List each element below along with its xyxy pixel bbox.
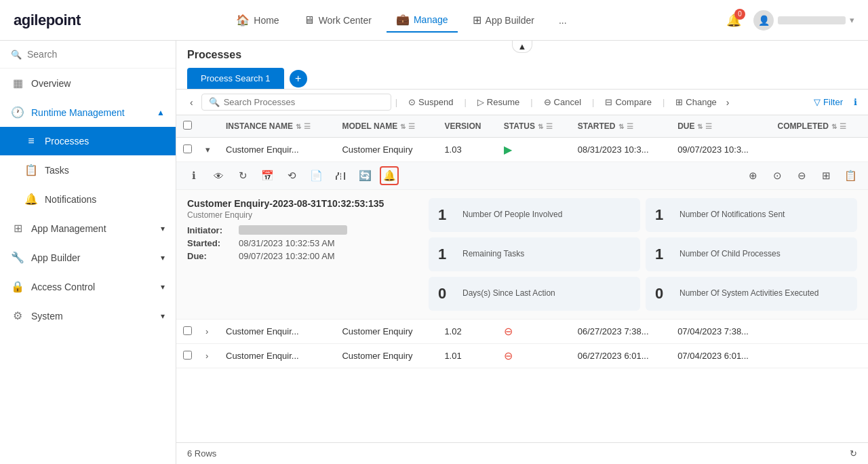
sidebar-item-runtime[interactable]: 🕐 Runtime Management ▲ — [0, 98, 176, 127]
initiator-value — [239, 225, 347, 235]
history-action-icon[interactable]: ⟲ — [282, 166, 301, 185]
chevron-down-icon: ▾ — [161, 253, 165, 263]
row-checkbox-cell — [176, 138, 199, 162]
col-menu-icon[interactable]: ☰ — [840, 122, 846, 131]
tab-bar: Process Search 1 + — [187, 68, 857, 89]
stat-people-label: Number Of People Involved — [462, 210, 562, 220]
sidebar-item-app-management[interactable]: ⊞ App Management ▾ — [0, 214, 176, 243]
action-right-icon-5[interactable]: 📋 — [841, 166, 860, 185]
sidebar-item-processes[interactable]: ≡ Processes — [0, 127, 176, 155]
resume-button[interactable]: ▷ Resume — [471, 94, 526, 110]
resume-icon: ▷ — [477, 97, 484, 107]
view-action-icon[interactable]: 👁 — [209, 166, 228, 185]
expand-button[interactable]: › — [205, 326, 208, 336]
change-button[interactable]: ⊞ Change — [669, 94, 724, 110]
row-checkbox[interactable] — [183, 326, 192, 335]
detail-title: Customer Enquiry-2023-08-31T10:32:53:135 — [187, 198, 418, 209]
sidebar-item-label: Overview — [31, 78, 71, 89]
sort-icon[interactable]: ⇅ — [538, 123, 543, 130]
stat-days-label: Days(s) Since Last Action — [462, 288, 555, 299]
tab-process-search-1[interactable]: Process Search 1 — [187, 68, 284, 89]
sort-icon[interactable]: ⇅ — [400, 123, 406, 130]
started-detail-value: 08/31/2023 10:32:53 AM — [239, 238, 335, 248]
row-instance-name: Customer Enquir... — [219, 344, 335, 368]
col-menu-icon[interactable]: ☰ — [627, 122, 633, 131]
action-right-icon-4[interactable]: ⊞ — [816, 166, 835, 185]
col-menu-icon[interactable]: ☰ — [304, 122, 311, 131]
reassign-action-icon[interactable]: ↻ — [233, 166, 252, 185]
info-button[interactable]: ℹ — [851, 94, 860, 110]
row-model-name: Customer Enquiry — [335, 344, 437, 368]
nav-right: 🔔 0 👤 ▾ — [722, 9, 854, 32]
sort-icon[interactable]: ⇅ — [618, 123, 624, 130]
sidebar-item-access-control[interactable]: 🔒 Access Control ▾ — [0, 272, 176, 301]
col-menu-icon[interactable]: ☰ — [546, 122, 553, 131]
change-label: Change — [686, 97, 717, 107]
stat-people: 1 Number Of People Involved — [429, 198, 640, 232]
calendar-action-icon[interactable]: 📅 — [258, 166, 277, 185]
header-model-name: MODEL NAME ⇅ ☰ — [335, 115, 437, 138]
action-right-icon-2[interactable]: ⊙ — [768, 166, 787, 185]
sort-icon[interactable]: ⇅ — [296, 123, 301, 130]
bell-action-icon[interactable]: 🔔 — [380, 166, 399, 185]
collapse-arrow-button[interactable]: ▲ — [512, 41, 532, 53]
sort-icon[interactable]: ⇅ — [697, 123, 703, 130]
stat-notifications-number: 1 — [655, 206, 671, 224]
search-input[interactable] — [27, 49, 165, 60]
lock-icon: 🔒 — [11, 280, 24, 293]
user-menu[interactable]: 👤 ▾ — [753, 10, 854, 31]
app-mgmt-icon: ⊞ — [11, 222, 24, 235]
status-cancelled-icon: ⊖ — [504, 326, 513, 337]
flow-action-icon[interactable]: ⛙ — [331, 166, 350, 185]
grid-icon: ▦ — [11, 77, 24, 90]
sidebar-item-tasks[interactable]: 📋 Tasks — [0, 155, 176, 185]
more-button[interactable]: › — [726, 97, 730, 108]
nav-manage[interactable]: 💼 Manage — [387, 7, 458, 33]
nav-appbuilder[interactable]: ⊞ App Builder — [463, 8, 544, 32]
action-right-icon-3[interactable]: ⊖ — [792, 166, 811, 185]
notification-button[interactable]: 🔔 0 — [722, 9, 745, 32]
col-menu-icon[interactable]: ☰ — [408, 122, 415, 131]
sidebar-item-app-builder[interactable]: 🔧 App Builder ▾ — [0, 243, 176, 272]
model-name-label: MODEL NAME — [342, 121, 397, 131]
cancel-button[interactable]: ⊖ Cancel — [537, 94, 588, 110]
nav-more[interactable]: ... — [549, 9, 576, 31]
select-all-checkbox[interactable] — [183, 121, 192, 130]
wrench-icon: 🔧 — [11, 251, 24, 264]
nav-home[interactable]: 🏠 Home — [226, 8, 288, 32]
compare-icon: ⊟ — [605, 97, 612, 107]
sort-icon[interactable]: ⇅ — [831, 123, 837, 130]
separator: | — [395, 97, 397, 107]
sidebar-item-system[interactable]: ⚙ System ▾ — [0, 301, 176, 330]
search-processes-input[interactable] — [224, 97, 384, 107]
action-right-icon-1[interactable]: ⊕ — [743, 166, 762, 185]
sidebar-item-notifications[interactable]: 🔔 Notifications — [0, 185, 176, 214]
col-menu-icon[interactable]: ☰ — [705, 122, 712, 131]
expand-button[interactable]: ▾ — [205, 144, 210, 155]
sidebar-item-overview[interactable]: ▦ Overview — [0, 69, 176, 98]
action-bar: ℹ 👁 ↻ 📅 ⟲ 📄 ⛙ 🔄 🔔 ⊕ — [176, 162, 868, 190]
logo-text: agilepoint — [14, 12, 81, 29]
row-checkbox[interactable] — [183, 351, 192, 360]
detail-info: Customer Enquiry-2023-08-31T10:32:53:135… — [187, 198, 418, 311]
row-checkbox[interactable] — [183, 144, 192, 153]
back-button[interactable]: ‹ — [184, 94, 199, 111]
compare-label: Compare — [615, 97, 651, 107]
filter-button[interactable]: ▽ Filter — [808, 94, 848, 110]
separator: | — [530, 97, 532, 107]
row-due: 07/04/2023 7:38... — [671, 320, 770, 344]
add-tab-button[interactable]: + — [290, 70, 307, 88]
info-action-icon[interactable]: ℹ — [184, 166, 203, 185]
nav-workcenter[interactable]: 🖥 Work Center — [294, 9, 381, 32]
document-action-icon[interactable]: 📄 — [307, 166, 326, 185]
action-right-buttons: ⊕ ⊙ ⊖ ⊞ 📋 — [743, 166, 860, 185]
expanded-cell: ℹ 👁 ↻ 📅 ⟲ 📄 ⛙ 🔄 🔔 ⊕ — [176, 162, 868, 320]
refresh-button[interactable]: ↻ — [850, 448, 857, 459]
detail-subtitle: Customer Enquiry — [187, 210, 418, 220]
stat-days-number: 0 — [438, 285, 454, 303]
suspend-button[interactable]: ⊙ Suspend — [401, 94, 460, 110]
sidebar-item-label: Tasks — [45, 165, 69, 176]
refresh-action-icon[interactable]: 🔄 — [355, 166, 374, 185]
compare-button[interactable]: ⊟ Compare — [598, 94, 658, 110]
expand-button[interactable]: › — [205, 351, 208, 361]
